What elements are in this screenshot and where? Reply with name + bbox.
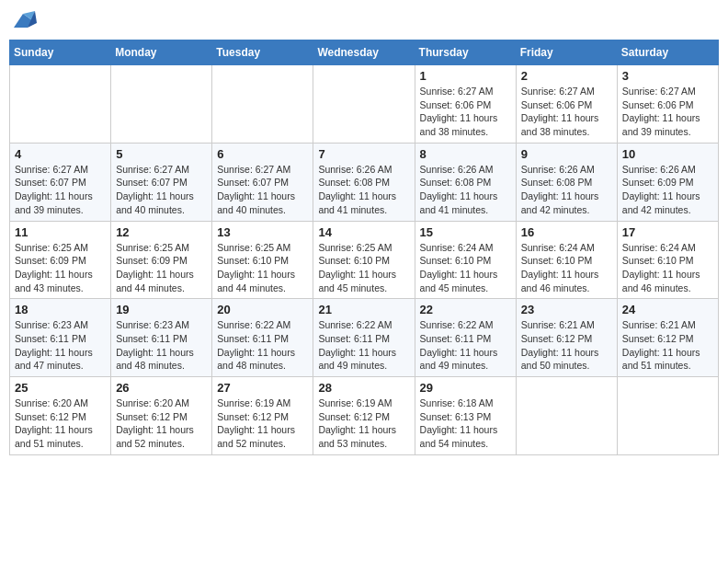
calendar-cell: 5Sunrise: 6:27 AM Sunset: 6:07 PM Daylig…	[111, 143, 212, 221]
day-number: 2	[521, 69, 612, 83]
day-info: Sunrise: 6:21 AM Sunset: 6:12 PM Dayligh…	[622, 318, 713, 373]
day-number: 14	[318, 225, 409, 239]
day-info: Sunrise: 6:27 AM Sunset: 6:07 PM Dayligh…	[15, 163, 106, 217]
day-number: 29	[420, 381, 511, 395]
day-number: 24	[622, 303, 713, 316]
calendar-weekday-saturday: Saturday	[617, 40, 718, 65]
calendar-table: SundayMondayTuesdayWednesdayThursdayFrid…	[9, 40, 719, 455]
day-number: 1	[420, 69, 511, 83]
calendar-cell: 15Sunrise: 6:24 AM Sunset: 6:10 PM Dayli…	[415, 221, 516, 299]
calendar-week-row: 25Sunrise: 6:20 AM Sunset: 6:12 PM Dayli…	[10, 377, 719, 455]
day-info: Sunrise: 6:19 AM Sunset: 6:12 PM Dayligh…	[318, 396, 409, 451]
day-info: Sunrise: 6:26 AM Sunset: 6:08 PM Dayligh…	[318, 163, 409, 217]
day-number: 16	[521, 225, 612, 239]
calendar-cell: 19Sunrise: 6:23 AM Sunset: 6:11 PM Dayli…	[111, 299, 212, 377]
day-info: Sunrise: 6:27 AM Sunset: 6:06 PM Dayligh…	[521, 85, 612, 139]
calendar-cell: 18Sunrise: 6:23 AM Sunset: 6:11 PM Dayli…	[10, 299, 111, 377]
day-number: 21	[318, 303, 409, 316]
calendar-cell: 21Sunrise: 6:22 AM Sunset: 6:11 PM Dayli…	[313, 299, 415, 377]
calendar-cell	[111, 65, 212, 144]
day-number: 18	[15, 303, 106, 316]
day-number: 11	[15, 225, 106, 239]
day-number: 3	[622, 69, 713, 83]
calendar-week-row: 4Sunrise: 6:27 AM Sunset: 6:07 PM Daylig…	[10, 143, 719, 221]
calendar-week-row: 1Sunrise: 6:27 AM Sunset: 6:06 PM Daylig…	[10, 65, 719, 144]
day-info: Sunrise: 6:22 AM Sunset: 6:11 PM Dayligh…	[318, 318, 409, 373]
day-info: Sunrise: 6:22 AM Sunset: 6:11 PM Dayligh…	[217, 318, 308, 373]
day-number: 10	[622, 147, 713, 161]
day-number: 4	[15, 147, 106, 161]
calendar-cell: 17Sunrise: 6:24 AM Sunset: 6:10 PM Dayli…	[617, 221, 718, 299]
calendar-cell: 9Sunrise: 6:26 AM Sunset: 6:08 PM Daylig…	[516, 143, 617, 221]
day-number: 5	[116, 147, 207, 161]
day-info: Sunrise: 6:25 AM Sunset: 6:10 PM Dayligh…	[217, 241, 308, 295]
logo-bird-icon	[9, 9, 37, 32]
calendar-cell: 6Sunrise: 6:27 AM Sunset: 6:07 PM Daylig…	[212, 143, 313, 221]
page-header	[9, 9, 719, 32]
day-info: Sunrise: 6:24 AM Sunset: 6:10 PM Dayligh…	[521, 241, 612, 295]
day-number: 9	[521, 147, 612, 161]
calendar-cell: 3Sunrise: 6:27 AM Sunset: 6:06 PM Daylig…	[617, 65, 718, 144]
day-info: Sunrise: 6:19 AM Sunset: 6:12 PM Dayligh…	[217, 396, 308, 451]
day-number: 20	[217, 303, 308, 316]
day-number: 26	[116, 381, 207, 395]
day-info: Sunrise: 6:24 AM Sunset: 6:10 PM Dayligh…	[420, 241, 511, 295]
calendar-cell: 10Sunrise: 6:26 AM Sunset: 6:09 PM Dayli…	[617, 143, 718, 221]
calendar-cell: 20Sunrise: 6:22 AM Sunset: 6:11 PM Dayli…	[212, 299, 313, 377]
day-info: Sunrise: 6:27 AM Sunset: 6:06 PM Dayligh…	[622, 85, 713, 139]
day-info: Sunrise: 6:26 AM Sunset: 6:08 PM Dayligh…	[420, 163, 511, 217]
calendar-cell: 23Sunrise: 6:21 AM Sunset: 6:12 PM Dayli…	[516, 299, 617, 377]
calendar-cell	[212, 65, 313, 144]
day-number: 15	[420, 225, 511, 239]
calendar-body: 1Sunrise: 6:27 AM Sunset: 6:06 PM Daylig…	[10, 65, 719, 455]
calendar-cell	[516, 377, 617, 455]
day-number: 27	[217, 381, 308, 395]
calendar-cell: 8Sunrise: 6:26 AM Sunset: 6:08 PM Daylig…	[415, 143, 516, 221]
calendar-cell: 25Sunrise: 6:20 AM Sunset: 6:12 PM Dayli…	[10, 377, 111, 455]
day-info: Sunrise: 6:20 AM Sunset: 6:12 PM Dayligh…	[15, 396, 106, 451]
calendar-cell: 11Sunrise: 6:25 AM Sunset: 6:09 PM Dayli…	[10, 221, 111, 299]
day-number: 13	[217, 225, 308, 239]
calendar-cell: 14Sunrise: 6:25 AM Sunset: 6:10 PM Dayli…	[313, 221, 415, 299]
day-info: Sunrise: 6:20 AM Sunset: 6:12 PM Dayligh…	[116, 396, 207, 451]
calendar-cell: 26Sunrise: 6:20 AM Sunset: 6:12 PM Dayli…	[111, 377, 212, 455]
calendar-cell: 24Sunrise: 6:21 AM Sunset: 6:12 PM Dayli…	[617, 299, 718, 377]
day-info: Sunrise: 6:23 AM Sunset: 6:11 PM Dayligh…	[116, 318, 207, 373]
day-number: 17	[622, 225, 713, 239]
calendar-cell: 29Sunrise: 6:18 AM Sunset: 6:13 PM Dayli…	[415, 377, 516, 455]
day-info: Sunrise: 6:26 AM Sunset: 6:08 PM Dayligh…	[521, 163, 612, 217]
calendar-cell: 1Sunrise: 6:27 AM Sunset: 6:06 PM Daylig…	[415, 65, 516, 144]
day-number: 23	[521, 303, 612, 316]
day-number: 25	[15, 381, 106, 395]
day-number: 19	[116, 303, 207, 316]
calendar-cell: 13Sunrise: 6:25 AM Sunset: 6:10 PM Dayli…	[212, 221, 313, 299]
calendar-weekday-sunday: Sunday	[10, 40, 111, 65]
logo	[9, 9, 40, 32]
day-number: 22	[420, 303, 511, 316]
day-number: 12	[116, 225, 207, 239]
day-info: Sunrise: 6:25 AM Sunset: 6:10 PM Dayligh…	[318, 241, 409, 295]
day-number: 7	[318, 147, 409, 161]
day-info: Sunrise: 6:27 AM Sunset: 6:07 PM Dayligh…	[116, 163, 207, 217]
calendar-cell: 28Sunrise: 6:19 AM Sunset: 6:12 PM Dayli…	[313, 377, 415, 455]
calendar-cell	[10, 65, 111, 144]
calendar-week-row: 11Sunrise: 6:25 AM Sunset: 6:09 PM Dayli…	[10, 221, 719, 299]
day-number: 28	[318, 381, 409, 395]
calendar-cell: 4Sunrise: 6:27 AM Sunset: 6:07 PM Daylig…	[10, 143, 111, 221]
calendar-weekday-monday: Monday	[111, 40, 212, 65]
calendar-weekday-thursday: Thursday	[415, 40, 516, 65]
calendar-cell: 27Sunrise: 6:19 AM Sunset: 6:12 PM Dayli…	[212, 377, 313, 455]
day-info: Sunrise: 6:27 AM Sunset: 6:06 PM Dayligh…	[420, 85, 511, 139]
day-info: Sunrise: 6:24 AM Sunset: 6:10 PM Dayligh…	[622, 241, 713, 295]
calendar-header-row: SundayMondayTuesdayWednesdayThursdayFrid…	[10, 40, 719, 65]
day-number: 8	[420, 147, 511, 161]
calendar-week-row: 18Sunrise: 6:23 AM Sunset: 6:11 PM Dayli…	[10, 299, 719, 377]
day-info: Sunrise: 6:18 AM Sunset: 6:13 PM Dayligh…	[420, 396, 511, 451]
day-info: Sunrise: 6:23 AM Sunset: 6:11 PM Dayligh…	[15, 318, 106, 373]
calendar-cell: 12Sunrise: 6:25 AM Sunset: 6:09 PM Dayli…	[111, 221, 212, 299]
calendar-cell: 16Sunrise: 6:24 AM Sunset: 6:10 PM Dayli…	[516, 221, 617, 299]
day-info: Sunrise: 6:26 AM Sunset: 6:09 PM Dayligh…	[622, 163, 713, 217]
calendar-weekday-friday: Friday	[516, 40, 617, 65]
day-info: Sunrise: 6:27 AM Sunset: 6:07 PM Dayligh…	[217, 163, 308, 217]
day-info: Sunrise: 6:25 AM Sunset: 6:09 PM Dayligh…	[116, 241, 207, 295]
